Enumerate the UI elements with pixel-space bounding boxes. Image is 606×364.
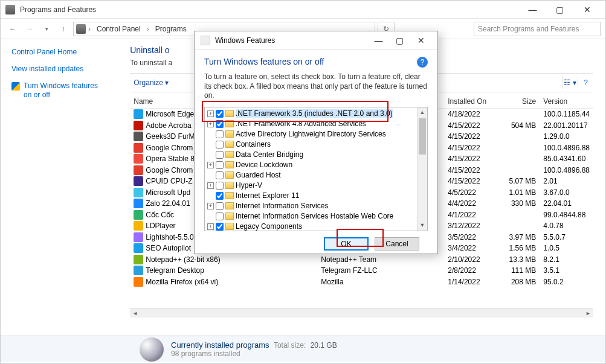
folder-icon <box>225 171 234 179</box>
help-button[interactable]: ? <box>578 76 593 89</box>
sidebar-windows-features-link[interactable]: Turn Windows features on or off <box>11 81 102 100</box>
scrollbar-thumb[interactable] <box>419 118 426 155</box>
feature-row[interactable]: +Legacy Components <box>206 222 416 231</box>
summary-totlabel: Total size: <box>274 341 306 350</box>
summary-count: 98 programs installed <box>171 350 337 358</box>
breadcrumb-seg[interactable]: Programs <box>152 24 190 34</box>
program-name: Mozilla Firefox (x64 vi) <box>146 278 218 286</box>
feature-row[interactable]: +Device Lockdown <box>206 160 416 170</box>
program-name: Notepad++ (32-bit x86) <box>146 255 220 264</box>
feature-checkbox[interactable] <box>216 171 224 179</box>
feature-row[interactable]: +Internet Information Services <box>206 201 416 211</box>
forward-button[interactable]: → <box>22 22 37 36</box>
expand-icon[interactable] <box>207 141 214 148</box>
expand-icon[interactable]: + <box>207 121 214 127</box>
window-title: Programs and Features <box>20 5 519 14</box>
view-options-button[interactable]: ☷ ▾ <box>562 76 578 89</box>
expand-icon[interactable] <box>207 152 214 158</box>
feature-row[interactable]: Active Directory Lightweight Directory S… <box>206 129 416 139</box>
feature-label: Containers <box>236 140 271 148</box>
program-size <box>497 168 540 173</box>
feature-label: .NET Framework 4.8 Advanced Services <box>236 120 366 128</box>
expand-icon[interactable]: + <box>207 162 214 168</box>
breadcrumb-seg[interactable]: Control Panel <box>93 24 144 34</box>
program-name: LDPlayer <box>146 222 175 230</box>
feature-checkbox[interactable] <box>216 161 224 169</box>
up-button[interactable]: ↑ <box>56 22 71 36</box>
dialog-icon <box>201 36 210 45</box>
expand-icon[interactable]: + <box>207 223 214 230</box>
feature-checkbox[interactable] <box>216 120 224 128</box>
sidebar-view-updates-link[interactable]: View installed updates <box>11 65 102 74</box>
dialog-minimize-button[interactable]: — <box>368 32 389 49</box>
table-row[interactable]: Mozilla Firefox (x64 vi)Mozilla1/14/2022… <box>130 276 593 288</box>
folder-icon <box>225 151 234 158</box>
feature-checkbox[interactable] <box>216 202 224 210</box>
feature-checkbox[interactable] <box>216 141 224 148</box>
program-name: Cốc Cốc <box>146 211 174 219</box>
expand-icon[interactable] <box>207 213 214 220</box>
feature-row[interactable]: +.NET Framework 4.8 Advanced Services <box>206 119 416 129</box>
feature-row[interactable]: Data Center Bridging <box>206 150 416 160</box>
feature-row[interactable]: +.NET Framework 3.5 (includes .NET 2.0 a… <box>206 109 416 119</box>
cancel-button[interactable]: Cancel <box>375 237 419 251</box>
feature-checkbox[interactable] <box>216 151 224 159</box>
back-button[interactable]: ← <box>5 22 20 36</box>
sidebar-home-link[interactable]: Control Panel Home <box>11 48 102 56</box>
program-name: SEO Autopilot <box>146 244 191 252</box>
close-button[interactable]: ✕ <box>573 1 601 18</box>
programs-icon <box>140 337 164 362</box>
search-input[interactable]: Search Programs and Features <box>474 22 601 36</box>
feature-tree[interactable]: +.NET Framework 3.5 (includes .NET 2.0 a… <box>205 107 417 231</box>
dialog-v-scrollbar[interactable]: ▲ ▼ <box>417 107 427 231</box>
feature-checkbox[interactable] <box>216 110 224 118</box>
expand-icon[interactable]: + <box>207 182 214 189</box>
organize-menu[interactable]: Organize ▾ <box>130 77 172 88</box>
feature-row[interactable]: Containers <box>206 139 416 150</box>
feature-label: Hyper-V <box>236 181 262 190</box>
program-name: CPUID CPU-Z 2 <box>146 177 198 185</box>
expand-icon[interactable] <box>207 131 214 138</box>
feature-row[interactable]: Guarded Host <box>206 170 416 180</box>
feature-label: Internet Explorer 11 <box>236 191 299 200</box>
program-name: Google Chrom <box>146 144 193 152</box>
minimize-button[interactable]: — <box>519 1 546 18</box>
feature-checkbox[interactable] <box>216 212 224 220</box>
expand-icon[interactable]: + <box>207 203 214 209</box>
dialog-close-button[interactable]: ✕ <box>410 32 431 49</box>
feature-checkbox[interactable] <box>216 223 224 231</box>
dialog-maximize-button[interactable]: ▢ <box>389 32 410 49</box>
col-version[interactable]: Version <box>540 95 593 108</box>
feature-row[interactable]: Internet Explorer 11 <box>206 191 416 201</box>
col-installed[interactable]: Installed On <box>444 95 497 108</box>
feature-checkbox[interactable] <box>216 182 224 190</box>
chevron-right-icon: › <box>88 25 91 33</box>
recent-button[interactable]: ▾ <box>39 22 54 36</box>
feature-checkbox[interactable] <box>216 192 224 200</box>
program-size <box>497 223 540 228</box>
feature-checkbox[interactable] <box>216 130 224 138</box>
feature-row[interactable]: +Hyper-V <box>206 180 416 191</box>
summary-title: Currently installed programs <box>171 340 269 350</box>
maximize-button[interactable]: ▢ <box>546 1 573 18</box>
shield-icon <box>11 82 20 91</box>
titlebar: Programs and Features — ▢ ✕ <box>1 1 605 19</box>
dialog-help-button[interactable]: ? <box>417 57 428 68</box>
program-name: Google Chrom <box>146 166 193 174</box>
folder-icon <box>225 192 234 199</box>
h-scrollbar[interactable]: ◄ ► <box>130 308 593 318</box>
col-size[interactable]: Size <box>497 95 540 108</box>
summary-bar: Currently installed programs Total size:… <box>1 336 605 362</box>
expand-icon[interactable]: + <box>207 110 214 117</box>
program-name: Microsoft Edge <box>146 110 194 118</box>
ok-button[interactable]: OK <box>324 237 369 251</box>
expand-icon[interactable] <box>207 193 214 199</box>
expand-icon[interactable] <box>207 172 214 179</box>
program-name: Geeks3D FurM <box>146 132 195 141</box>
feature-row[interactable]: Internet Information Services Hostable W… <box>206 211 416 222</box>
chevron-right-icon: › <box>147 25 149 33</box>
summary-totval: 20.1 GB <box>311 341 337 350</box>
feature-label: Active Directory Lightweight Directory S… <box>236 130 386 138</box>
dialog-titlebar: Windows Features — ▢ ✕ <box>195 31 437 49</box>
program-name: Opera Stable 8 <box>146 155 195 163</box>
